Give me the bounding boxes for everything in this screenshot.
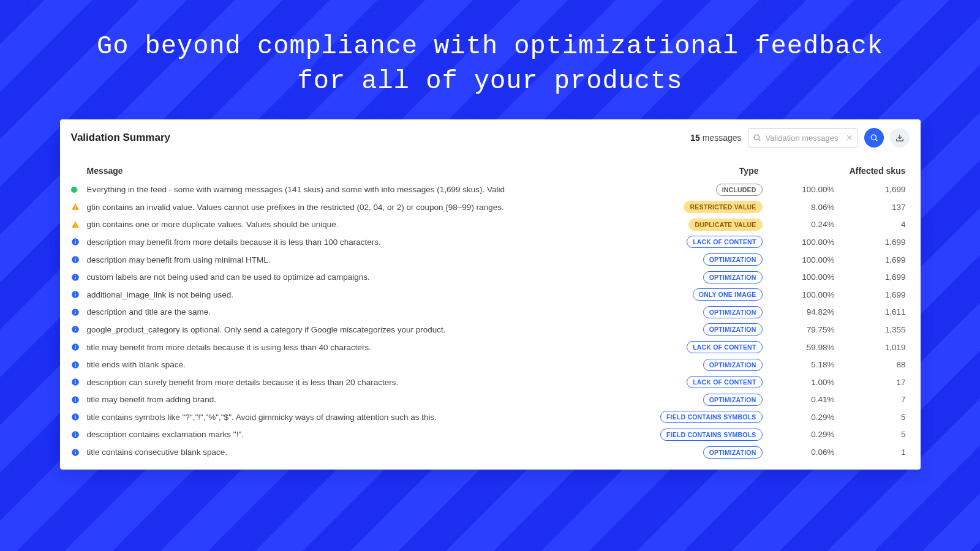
svg-rect-32 — [75, 362, 75, 363]
affected-skus-value: 1,355 — [836, 325, 910, 334]
type-badge: INCLUDED — [716, 184, 763, 196]
affected-skus-value: 1,611 — [836, 307, 910, 317]
svg-point-0 — [754, 135, 759, 140]
message-text: title may benefit from more details beca… — [87, 343, 646, 352]
svg-rect-47 — [75, 450, 75, 451]
percent-value: 94.82% — [763, 307, 836, 317]
affected-skus-value: 1,699 — [836, 185, 910, 194]
affected-skus-value: 88 — [836, 360, 910, 369]
clear-search-icon[interactable]: ✕ — [846, 133, 853, 143]
table-row[interactable]: title may benefit from adding brand.OPTI… — [71, 391, 910, 409]
info-icon — [71, 395, 80, 404]
svg-rect-37 — [75, 399, 75, 402]
type-badge: OPTIMIZATION — [703, 446, 763, 459]
table-row[interactable]: additional_image_link is not being used.… — [71, 286, 910, 304]
messages-count: 15 messages — [690, 133, 741, 143]
info-icon — [71, 255, 80, 264]
info-icon — [71, 448, 80, 457]
table-row[interactable]: Everything in the feed - some with warni… — [71, 181, 910, 198]
type-badge: OPTIMIZATION — [703, 306, 763, 318]
svg-rect-5 — [75, 206, 75, 208]
percent-value: 79.75% — [763, 325, 836, 334]
table-row[interactable]: description may benefit from more detail… — [71, 233, 910, 251]
info-icon — [71, 343, 80, 351]
percent-value: 0.06% — [763, 448, 836, 457]
svg-rect-35 — [75, 380, 75, 381]
svg-rect-19 — [75, 294, 75, 296]
svg-rect-26 — [75, 328, 75, 328]
message-text: title ends with blank space. — [87, 360, 646, 369]
search-input[interactable] — [748, 128, 858, 148]
validation-summary-panel: Validation Summary 15 messages ✕ — [60, 119, 921, 470]
affected-skus-value: 1 — [836, 448, 910, 457]
affected-skus-value: 1,699 — [836, 272, 910, 282]
table-row[interactable]: gtin contains one or more duplicate valu… — [71, 216, 910, 234]
type-badge: ONLY ONE IMAGE — [693, 288, 763, 301]
svg-rect-17 — [75, 275, 75, 276]
message-text: title contains consecutive blank space. — [87, 448, 646, 457]
affected-skus-value: 4 — [836, 220, 910, 229]
svg-rect-14 — [75, 258, 75, 258]
svg-rect-7 — [75, 223, 75, 226]
table-row[interactable]: gtin contains an invalid value. Values c… — [71, 198, 910, 216]
message-text: gtin contains one or more duplicate valu… — [87, 220, 646, 229]
svg-rect-25 — [75, 329, 75, 331]
col-header-affected-skus[interactable]: Affected skus — [836, 166, 910, 176]
info-icon — [71, 378, 80, 386]
percent-value: 100.00% — [763, 290, 836, 299]
table-row[interactable]: description can surely benefit from more… — [71, 373, 910, 391]
type-badge: LACK OF CONTENT — [687, 236, 762, 248]
message-text: description may benefit from using minim… — [87, 255, 646, 264]
svg-rect-28 — [75, 347, 75, 349]
affected-skus-value: 7 — [836, 395, 910, 404]
affected-skus-value: 1,699 — [836, 238, 910, 247]
search-button[interactable] — [864, 128, 884, 148]
affected-skus-value: 17 — [836, 378, 910, 387]
percent-value: 0.41% — [763, 395, 836, 404]
table-row[interactable]: title may benefit from more details beca… — [71, 339, 910, 356]
affected-skus-value: 1,019 — [836, 343, 910, 352]
info-icon — [71, 273, 80, 282]
affected-skus-value: 5 — [836, 413, 910, 422]
message-text: google_product_category is optional. Onl… — [87, 325, 646, 334]
message-text: description and title are the same. — [87, 307, 646, 317]
svg-rect-22 — [75, 312, 75, 314]
info-icon — [71, 290, 80, 299]
table-row[interactable]: title contains consecutive blank space.O… — [71, 443, 910, 461]
message-text: title may benefit from adding brand. — [87, 395, 646, 404]
svg-rect-29 — [75, 345, 75, 346]
svg-rect-38 — [75, 397, 75, 398]
search-field[interactable]: ✕ — [748, 128, 858, 148]
table-row[interactable]: custom labels are not being used and can… — [71, 268, 910, 286]
messages-count-label: messages — [703, 133, 742, 143]
affected-skus-value: 1,699 — [836, 255, 910, 264]
percent-value: 0.29% — [763, 430, 836, 439]
table-row[interactable]: title contains symbols like "?","!","%",… — [71, 408, 910, 426]
message-text: description can surely benefit from more… — [87, 378, 646, 387]
table-row[interactable]: google_product_category is optional. Onl… — [71, 321, 910, 339]
percent-value: 100.00% — [763, 238, 836, 247]
type-badge: OPTIMIZATION — [703, 359, 763, 371]
table-row[interactable]: description contains exclamation marks "… — [71, 426, 910, 444]
type-badge: FIELD CONTAINS SYMBOLS — [660, 429, 763, 441]
type-badge: DUPLICATE VALUE — [688, 219, 762, 231]
info-icon — [71, 413, 80, 421]
info-icon — [71, 308, 80, 317]
col-header-message[interactable]: Message — [87, 166, 646, 176]
type-badge: RESTRICTED VALUE — [684, 201, 762, 213]
percent-value: 100.00% — [763, 185, 836, 194]
svg-rect-13 — [75, 259, 75, 261]
svg-rect-46 — [75, 451, 75, 454]
svg-rect-16 — [75, 276, 75, 279]
svg-rect-43 — [75, 434, 75, 437]
percent-value: 0.29% — [763, 413, 836, 422]
col-header-type[interactable]: Type — [646, 166, 763, 176]
type-badge: FIELD CONTAINS SYMBOLS — [660, 411, 763, 423]
messages-count-number: 15 — [690, 133, 700, 143]
hero-headline: Go beyond compliance with optimizational… — [92, 29, 888, 99]
svg-rect-31 — [75, 364, 75, 366]
download-button[interactable] — [890, 128, 910, 148]
table-row[interactable]: description may benefit from using minim… — [71, 251, 910, 269]
table-row[interactable]: title ends with blank space.OPTIMIZATION… — [71, 356, 910, 373]
table-row[interactable]: description and title are the same.OPTIM… — [71, 304, 910, 321]
